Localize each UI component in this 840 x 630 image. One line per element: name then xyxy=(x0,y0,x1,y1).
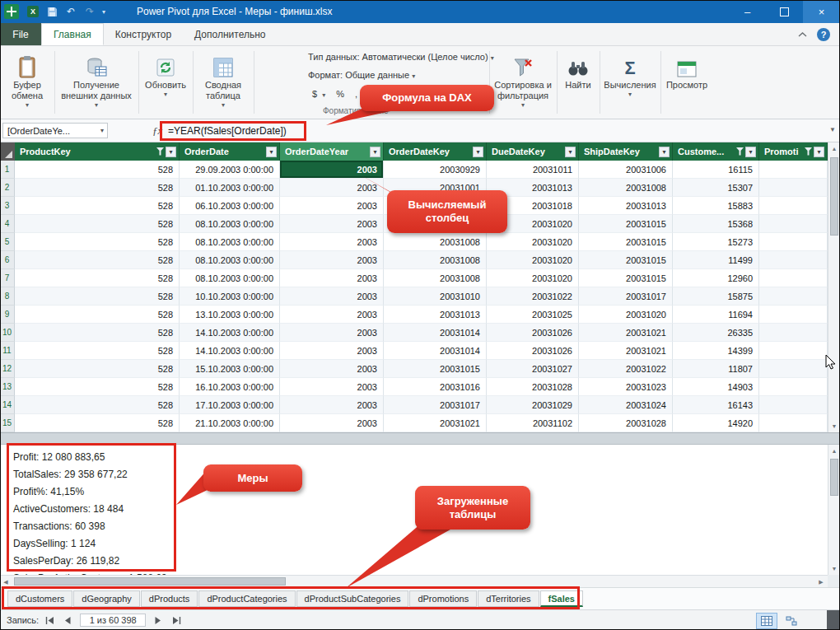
table-cell[interactable]: 2003 xyxy=(280,251,384,269)
row-number[interactable]: 4 xyxy=(0,215,15,233)
table-cell[interactable]: 528 xyxy=(15,269,180,287)
table-cell[interactable]: 20031021 xyxy=(384,414,487,432)
table-cell[interactable]: 16115 xyxy=(673,161,759,179)
measures-vertical-scrollbar[interactable]: ▲ ▼ xyxy=(828,445,840,575)
column-dropdown-icon[interactable]: ▾ xyxy=(745,147,756,157)
row-number[interactable]: 2 xyxy=(0,179,15,197)
column-dropdown-icon[interactable]: ▾ xyxy=(814,147,824,157)
table-cell[interactable] xyxy=(759,197,828,215)
table-cell[interactable]: 15875 xyxy=(673,287,759,306)
column-header-OrderDateKey[interactable]: OrderDateKey▾ xyxy=(384,142,487,161)
table-cell[interactable]: 528 xyxy=(15,179,180,197)
select-all-corner[interactable] xyxy=(0,142,15,161)
table-cell[interactable] xyxy=(759,287,828,306)
row-number[interactable]: 9 xyxy=(0,306,15,324)
table-cell[interactable]: 20031026 xyxy=(487,342,579,360)
table-cell[interactable]: 08.10.2003 0:00:00 xyxy=(180,215,280,233)
table-cell[interactable]: 2003 xyxy=(280,287,384,306)
table-cell[interactable] xyxy=(759,360,828,378)
table-cell[interactable]: 2003 xyxy=(280,306,384,324)
table-cell[interactable]: 12960 xyxy=(673,269,759,287)
customize-toolbar-icon[interactable]: ▾ xyxy=(102,8,105,16)
scroll-up-icon[interactable]: ▲ xyxy=(828,142,840,155)
column-header-Custome...[interactable]: Custome...▾ xyxy=(673,142,759,161)
column-header-OrderDate[interactable]: OrderDate▾ xyxy=(180,142,280,161)
table-cell[interactable]: 20030929 xyxy=(384,161,487,179)
table-cell[interactable] xyxy=(759,396,828,414)
table-cell[interactable] xyxy=(759,269,828,287)
table-cell[interactable]: 20031021 xyxy=(579,342,673,360)
table-cell[interactable]: 2003 xyxy=(280,233,384,251)
save-icon[interactable] xyxy=(45,5,58,18)
table-cell[interactable]: 11694 xyxy=(673,306,759,324)
table-cell[interactable]: 20031021 xyxy=(579,324,673,342)
row-number[interactable]: 8 xyxy=(0,287,15,306)
table-tab-dGeography[interactable]: dGeography xyxy=(73,590,140,607)
table-cell[interactable]: 20031022 xyxy=(487,287,579,306)
clipboard-button[interactable]: Буфер обмена ▾ xyxy=(3,49,51,116)
calculations-button[interactable]: Σ Вычисления ▾ xyxy=(603,49,657,116)
table-cell[interactable]: 2003 xyxy=(280,324,384,342)
table-cell[interactable]: 20031011 xyxy=(487,161,579,179)
table-cell[interactable]: 15883 xyxy=(673,197,759,215)
table-cell[interactable]: 528 xyxy=(15,360,180,378)
scroll-up-icon[interactable]: ▲ xyxy=(828,445,840,457)
table-cell[interactable]: 20031008 xyxy=(579,179,673,197)
table-cell[interactable]: 08.10.2003 0:00:00 xyxy=(180,269,280,287)
table-cell[interactable]: 20031015 xyxy=(384,360,487,378)
first-record-icon[interactable] xyxy=(42,614,57,627)
grid-vertical-scrollbar[interactable]: ▲ ▼ xyxy=(828,142,840,432)
table-cell[interactable]: 528 xyxy=(15,342,180,360)
table-cell[interactable] xyxy=(759,414,828,432)
table-cell[interactable]: 528 xyxy=(15,233,180,251)
table-cell[interactable] xyxy=(759,179,828,197)
scroll-down-icon[interactable]: ▼ xyxy=(828,420,840,432)
view-button[interactable]: Просмотр xyxy=(664,49,710,116)
table-cell[interactable]: 528 xyxy=(15,197,180,215)
table-cell[interactable]: 20031013 xyxy=(384,306,487,324)
measure-item[interactable]: Profit: 12 080 883,65 xyxy=(13,449,167,466)
column-dropdown-icon[interactable]: ▾ xyxy=(266,147,277,157)
column-header-OrderDateYear[interactable]: OrderDateYear▾ xyxy=(280,142,384,161)
grid-measures-splitter[interactable] xyxy=(0,432,840,445)
table-cell[interactable]: 20031013 xyxy=(579,197,673,215)
table-cell[interactable]: 20031027 xyxy=(487,360,579,378)
redo-icon[interactable]: ↷ xyxy=(83,5,96,18)
tab-dopolnitelno[interactable]: Дополнительно xyxy=(183,23,277,45)
row-number[interactable]: 13 xyxy=(0,378,15,396)
table-cell[interactable]: 20031023 xyxy=(579,378,673,396)
table-cell[interactable]: 2003 xyxy=(280,378,384,396)
table-cell[interactable]: 528 xyxy=(15,287,180,306)
table-cell[interactable]: 20031024 xyxy=(579,396,673,414)
scroll-down-icon[interactable]: ▼ xyxy=(828,562,840,575)
table-cell[interactable]: 2003 xyxy=(280,396,384,414)
table-cell[interactable]: 20031029 xyxy=(487,396,579,414)
table-cell[interactable]: 20031015 xyxy=(579,269,673,287)
table-cell[interactable] xyxy=(759,251,828,269)
expand-formula-bar-icon[interactable]: ▼ xyxy=(829,126,836,133)
table-cell[interactable]: 15.10.2003 0:00:00 xyxy=(180,360,280,378)
table-cell[interactable] xyxy=(759,215,828,233)
table-cell[interactable]: 20031015 xyxy=(579,233,673,251)
table-cell[interactable] xyxy=(759,306,828,324)
resize-grip[interactable] xyxy=(827,610,840,630)
table-cell[interactable]: 20031020 xyxy=(487,269,579,287)
table-cell[interactable]: 528 xyxy=(15,215,180,233)
table-cell[interactable]: 14920 xyxy=(673,414,759,432)
table-cell[interactable]: 2003 xyxy=(280,360,384,378)
table-cell[interactable]: 06.10.2003 0:00:00 xyxy=(180,197,280,215)
table-cell[interactable]: 17.10.2003 0:00:00 xyxy=(180,396,280,414)
row-number[interactable]: 1 xyxy=(0,161,15,179)
column-dropdown-icon[interactable]: ▾ xyxy=(659,147,670,157)
diagram-view-button[interactable] xyxy=(781,613,802,629)
undo-icon[interactable]: ↶ xyxy=(64,5,77,18)
measure-item[interactable]: SalesPerDay: 26 119,82 xyxy=(13,553,167,570)
table-cell[interactable]: 528 xyxy=(15,306,180,324)
percent-button[interactable]: % xyxy=(332,88,348,100)
next-record-icon[interactable] xyxy=(151,614,166,627)
table-cell[interactable]: 2003 xyxy=(280,269,384,287)
excel-icon[interactable]: X xyxy=(26,5,40,18)
formula-input[interactable]: =YEAR(fSales[OrderDate]) xyxy=(168,125,287,137)
table-cell[interactable]: 528 xyxy=(15,324,180,342)
table-cell[interactable]: 20031008 xyxy=(384,251,487,269)
